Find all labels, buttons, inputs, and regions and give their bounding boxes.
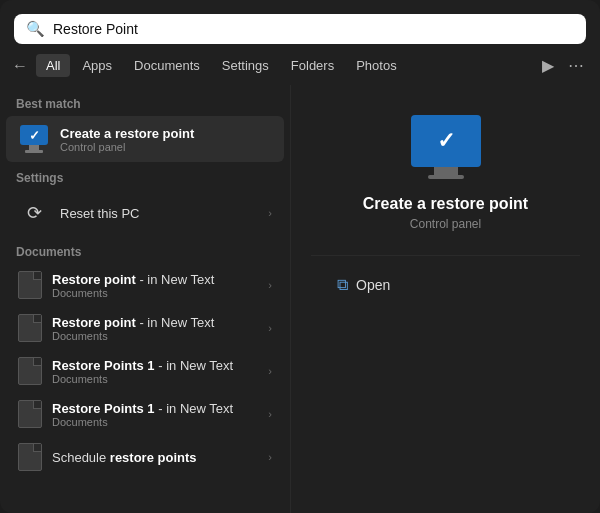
doc-item-2[interactable]: Restore point - in New Text Documents › <box>6 307 284 349</box>
doc-item-1-subtitle: Documents <box>52 287 258 299</box>
best-match-subtitle: Control panel <box>60 141 272 153</box>
doc-item-1-title: Restore point - in New Text <box>52 272 258 287</box>
monitor-check: ✓ <box>437 128 455 154</box>
doc-icon-5 <box>18 443 42 471</box>
doc-item-2-chevron: › <box>268 322 272 334</box>
tab-settings[interactable]: Settings <box>212 54 279 77</box>
preview-title: Create a restore point <box>363 195 528 213</box>
doc-item-5-text: Schedule restore points <box>52 450 258 465</box>
doc-item-3-subtitle: Documents <box>52 373 258 385</box>
open-icon: ⧉ <box>337 276 348 294</box>
tab-folders[interactable]: Folders <box>281 54 344 77</box>
doc-item-1[interactable]: Restore point - in New Text Documents › <box>6 264 284 306</box>
best-match-item[interactable]: ✓ Create a restore point Control panel ➤ <box>6 116 284 162</box>
doc-item-3-title: Restore Points 1 - in New Text <box>52 358 258 373</box>
best-match-text: Create a restore point Control panel <box>60 126 272 153</box>
tab-documents[interactable]: Documents <box>124 54 210 77</box>
more-button[interactable]: ⋯ <box>562 52 590 79</box>
reset-pc-text: Reset this PC <box>60 206 258 221</box>
doc-item-4-title: Restore Points 1 - in New Text <box>52 401 258 416</box>
main-content: Best match ✓ Create a restore point <box>0 85 600 513</box>
doc-item-2-subtitle: Documents <box>52 330 258 342</box>
doc-item-5-title: Schedule restore points <box>52 450 258 465</box>
doc-item-5[interactable]: Schedule restore points › <box>6 436 284 478</box>
doc-icon-2 <box>18 314 42 342</box>
monitor-stand <box>434 167 458 175</box>
preview-subtitle: Control panel <box>410 217 481 231</box>
preview-icon: ✓ <box>411 115 481 179</box>
monitor-base <box>428 175 464 179</box>
right-divider <box>311 255 580 256</box>
open-button[interactable]: ⧉ Open <box>321 268 406 302</box>
doc-icon-3 <box>18 357 42 385</box>
settings-label: Settings <box>0 163 290 189</box>
settings-icon: ⟳ <box>27 202 42 224</box>
reset-pc-chevron: › <box>268 207 272 219</box>
reset-pc-item[interactable]: ⟳ Reset this PC › <box>6 190 284 236</box>
reset-pc-icon: ⟳ <box>18 197 50 229</box>
control-panel-icon: ✓ <box>18 123 50 155</box>
app-window: 🔍 ← All Apps Documents Settings Folders … <box>0 0 600 513</box>
doc-item-1-text: Restore point - in New Text Documents <box>52 272 258 299</box>
doc-item-4-text: Restore Points 1 - in New Text Documents <box>52 401 258 428</box>
doc-item-2-text: Restore point - in New Text Documents <box>52 315 258 342</box>
tab-photos[interactable]: Photos <box>346 54 406 77</box>
search-input[interactable] <box>53 21 574 37</box>
open-label: Open <box>356 277 390 293</box>
doc-item-3-chevron: › <box>268 365 272 377</box>
doc-item-3-text: Restore Points 1 - in New Text Documents <box>52 358 258 385</box>
doc-item-4-subtitle: Documents <box>52 416 258 428</box>
filter-tabs: ← All Apps Documents Settings Folders Ph… <box>0 52 600 85</box>
doc-item-5-chevron: › <box>268 451 272 463</box>
best-match-title: Create a restore point <box>60 126 272 141</box>
search-bar: 🔍 <box>14 14 586 44</box>
right-panel: ✓ Create a restore point Control panel ⧉… <box>290 85 600 513</box>
doc-icon-4 <box>18 400 42 428</box>
left-panel: Best match ✓ Create a restore point <box>0 85 290 513</box>
doc-item-4-chevron: › <box>268 408 272 420</box>
doc-icon-1 <box>18 271 42 299</box>
documents-label: Documents <box>0 237 290 263</box>
doc-item-2-title: Restore point - in New Text <box>52 315 258 330</box>
back-button[interactable]: ← <box>6 53 34 79</box>
tab-apps[interactable]: Apps <box>72 54 122 77</box>
doc-item-1-chevron: › <box>268 279 272 291</box>
search-icon: 🔍 <box>26 20 45 38</box>
doc-item-4[interactable]: Restore Points 1 - in New Text Documents… <box>6 393 284 435</box>
tab-all[interactable]: All <box>36 54 70 77</box>
reset-pc-title: Reset this PC <box>60 206 258 221</box>
monitor-body: ✓ <box>411 115 481 167</box>
play-button[interactable]: ▶ <box>536 52 560 79</box>
doc-item-3[interactable]: Restore Points 1 - in New Text Documents… <box>6 350 284 392</box>
best-match-label: Best match <box>0 89 290 115</box>
